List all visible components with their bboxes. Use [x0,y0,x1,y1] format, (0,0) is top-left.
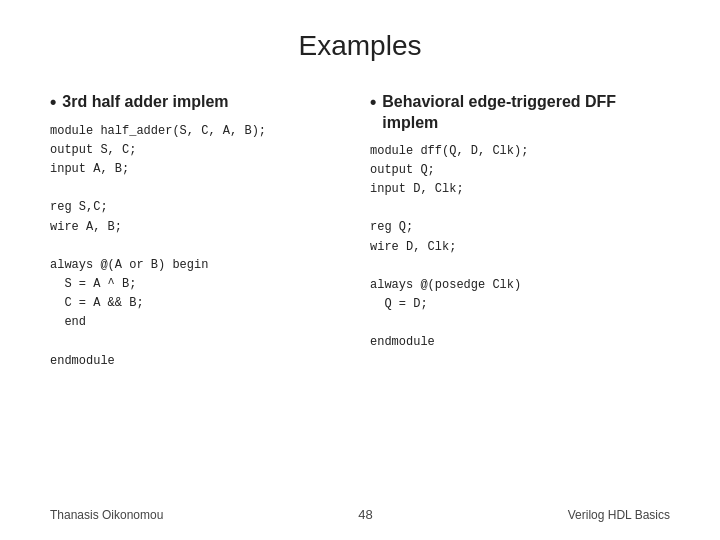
footer-right: Verilog HDL Basics [568,508,670,522]
slide-title: Examples [50,30,670,62]
right-heading: • Behavioral edge-triggered DFF implem [370,92,670,134]
right-column: • Behavioral edge-triggered DFF implem m… [370,92,670,353]
left-heading-text: 3rd half adder implem [62,92,228,113]
slide: Examples • 3rd half adder implem module … [0,0,720,540]
left-heading: • 3rd half adder implem [50,92,350,114]
left-code-block: module half_adder(S, C, A, B); output S,… [50,122,350,371]
left-column: • 3rd half adder implem module half_adde… [50,92,350,371]
footer-left: Thanasis Oikonomou [50,508,163,522]
footer: Thanasis Oikonomou 48 Verilog HDL Basics [50,507,670,522]
right-bullet-dot: • [370,92,376,114]
content-area: • 3rd half adder implem module half_adde… [50,92,670,371]
footer-center: 48 [358,507,372,522]
left-bullet-dot: • [50,92,56,114]
right-code-block: module dff(Q, D, Clk); output Q; input D… [370,142,670,353]
right-heading-text: Behavioral edge-triggered DFF implem [382,92,670,134]
